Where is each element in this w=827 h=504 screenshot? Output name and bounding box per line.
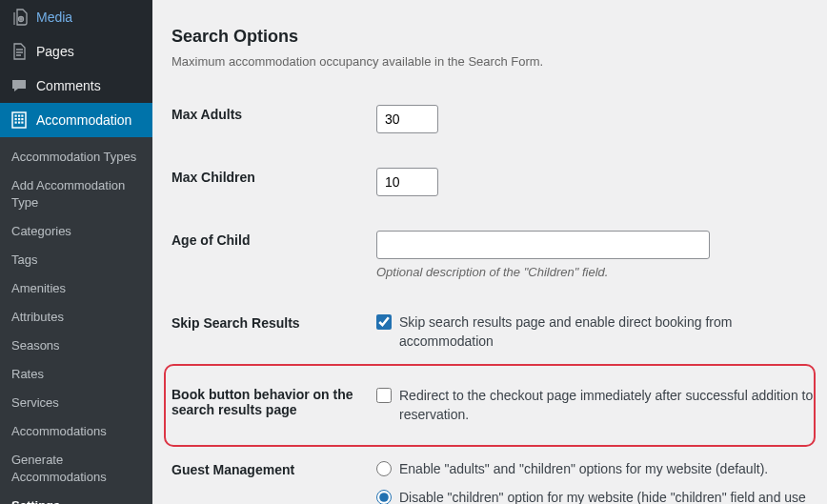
building-icon (10, 111, 29, 130)
svg-rect-5 (15, 118, 17, 120)
submenu-item-attributes[interactable]: Attributes (0, 303, 152, 332)
main-content: Search Options Maximum accommodation occ… (152, 0, 827, 504)
svg-rect-6 (18, 118, 20, 120)
submenu-item-rates[interactable]: Rates (0, 360, 152, 389)
sidebar-item-label: Comments (36, 77, 101, 94)
svg-rect-9 (18, 122, 20, 124)
skip-search-text[interactable]: Skip search results page and enable dire… (399, 313, 817, 351)
submenu-item-amenities[interactable]: Amenities (0, 274, 152, 303)
max-children-label: Max Children (171, 151, 376, 213)
guest-option-enable-radio[interactable] (376, 461, 392, 476)
sidebar-item-accommodation[interactable]: Accommodation (0, 103, 152, 137)
submenu-item-categories[interactable]: Categories (0, 217, 152, 246)
max-adults-label: Max Adults (171, 88, 376, 151)
guest-option-enable-text[interactable]: Enable "adults" and "children" options f… (399, 460, 768, 479)
submenu-item-seasons[interactable]: Seasons (0, 332, 152, 360)
submenu-item-services[interactable]: Services (0, 389, 152, 417)
pages-icon (10, 42, 29, 61)
svg-rect-3 (18, 115, 20, 117)
svg-rect-7 (21, 118, 23, 120)
sidebar-item-label: Media (36, 9, 72, 26)
guest-option-disable-radio[interactable] (376, 490, 392, 504)
max-children-input[interactable] (376, 168, 438, 196)
svg-rect-4 (21, 115, 23, 117)
book-redirect-checkbox[interactable] (376, 388, 392, 403)
book-button-label: Book button behavior on the search resul… (171, 368, 376, 443)
age-of-child-description: Optional description of the "Children" f… (376, 265, 817, 279)
submenu-item-generate-accommodations[interactable]: Generate Accommodations (0, 446, 152, 492)
submenu-item-add-accommodation-type[interactable]: Add Accommodation Type (0, 171, 152, 217)
sidebar-item-comments[interactable]: Comments (0, 69, 152, 103)
media-icon (10, 8, 29, 27)
svg-rect-10 (21, 122, 23, 124)
submenu-item-accommodation-types[interactable]: Accommodation Types (0, 143, 152, 171)
submenu-item-accommodations[interactable]: Accommodations (0, 417, 152, 446)
submenu-item-settings[interactable]: Settings (0, 492, 152, 504)
guest-option-disable-text[interactable]: Disable "children" option for my website… (399, 489, 817, 504)
settings-form-table: Max Adults Max Children Age of Child Opt… (171, 88, 827, 504)
page-subheading: Maximum accommodation occupancy availabl… (171, 54, 827, 69)
comments-icon (10, 76, 29, 95)
svg-rect-2 (15, 115, 17, 117)
sidebar-item-label: Accommodation (36, 111, 131, 129)
age-of-child-label: Age of Child (171, 213, 376, 296)
admin-sidebar: MediaPagesComments Accommodation Accommo… (0, 0, 152, 504)
page-title: Search Options (171, 27, 827, 47)
submenu-item-tags[interactable]: Tags (0, 246, 152, 274)
age-of-child-input[interactable] (376, 231, 710, 259)
svg-rect-8 (15, 122, 17, 124)
book-redirect-text[interactable]: Redirect to the checkout page immediatel… (399, 387, 817, 424)
max-adults-input[interactable] (376, 105, 438, 133)
sidebar-submenu: Accommodation TypesAdd Accommodation Typ… (0, 137, 152, 504)
skip-search-checkbox[interactable] (376, 314, 392, 330)
sidebar-item-pages[interactable]: Pages (0, 34, 152, 69)
sidebar-item-label: Pages (36, 43, 74, 60)
sidebar-item-media[interactable]: Media (0, 0, 152, 34)
guest-management-label: Guest Management (171, 443, 376, 504)
skip-search-label: Skip Search Results (171, 296, 376, 368)
